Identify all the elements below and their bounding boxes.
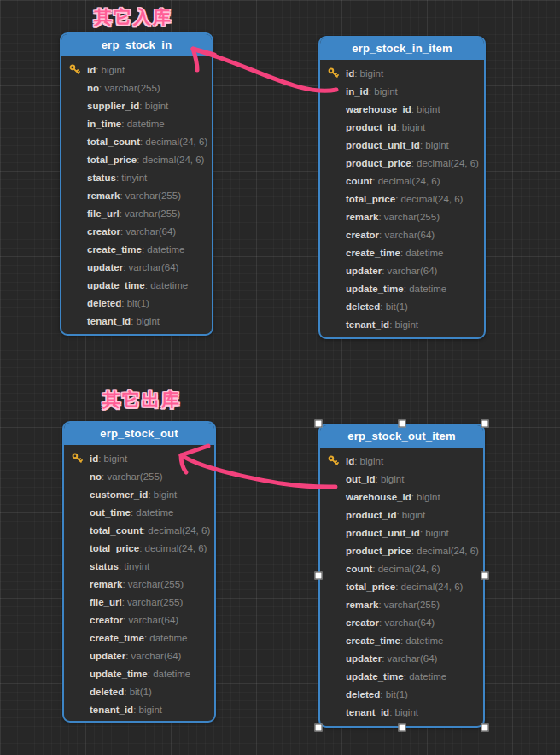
table-erp-stock-out[interactable]: erp_stock_out id: bigintno: varchar(255)…	[62, 421, 216, 723]
table-row-creator[interactable]: creator: varchar(64)	[320, 225, 484, 243]
selection-handle-ne[interactable]	[481, 420, 489, 428]
table-row-create_time[interactable]: create_time: datetime	[320, 631, 483, 649]
table-row-deleted[interactable]: deleted: bit(1)	[64, 682, 214, 700]
table-row-remark[interactable]: remark: varchar(255)	[61, 186, 212, 204]
table-row-update_time[interactable]: update_time: datetime	[61, 276, 212, 294]
field-name: create_time	[346, 248, 400, 258]
table-erp-stock-in[interactable]: erp_stock_in id: bigintno: varchar(255)s…	[60, 32, 213, 336]
table-row-no[interactable]: no: varchar(255)	[64, 467, 214, 485]
table-row-total_price[interactable]: total_price: decimal(24, 6)	[61, 150, 212, 168]
table-row-status[interactable]: status: tinyint	[61, 168, 212, 186]
table-row-product_id[interactable]: product_id: bigint	[320, 118, 484, 136]
field-name: create_time	[90, 633, 144, 643]
table-row-product_price[interactable]: product_price: decimal(24, 6)	[320, 154, 484, 172]
diagram-canvas[interactable]: erp_stock_in id: bigintno: varchar(255)s…	[0, 0, 560, 755]
table-row-total_price[interactable]: total_price: decimal(24, 6)	[320, 190, 484, 208]
field-name: tenant_id	[346, 707, 389, 717]
table-title-erp-stock-in-item[interactable]: erp_stock_in_item	[320, 38, 484, 60]
field-name: deleted	[346, 689, 380, 699]
table-row-tenant_id[interactable]: tenant_id: bigint	[320, 315, 484, 333]
field-type: : decimal(24, 6)	[395, 194, 463, 204]
selection-handle-w[interactable]	[315, 572, 323, 580]
table-row-in_id[interactable]: in_id: bigint	[320, 82, 484, 100]
selection-handle-sw[interactable]	[315, 724, 323, 732]
table-row-id[interactable]: id: bigint	[320, 64, 484, 82]
field-name: status	[90, 561, 119, 571]
table-row-id[interactable]: id: bigint	[64, 449, 214, 467]
table-row-creator[interactable]: creator: varchar(64)	[61, 222, 212, 240]
field-name: no	[90, 471, 102, 482]
table-row-warehouse_id[interactable]: warehouse_id: bigint	[320, 100, 484, 118]
table-row-warehouse_id[interactable]: warehouse_id: bigint	[320, 488, 483, 506]
table-row-id[interactable]: id: bigint	[61, 61, 212, 79]
table-row-creator[interactable]: creator: varchar(64)	[64, 611, 214, 629]
selection-handle-nw[interactable]	[315, 420, 323, 428]
table-row-in_time[interactable]: in_time: datetime	[61, 114, 212, 132]
table-row-product_unit_id[interactable]: product_unit_id: bigint	[320, 524, 483, 541]
table-row-status[interactable]: status: tinyint	[64, 557, 214, 575]
table-row-create_time[interactable]: create_time: datetime	[61, 240, 212, 258]
table-row-file_url[interactable]: file_url: varchar(255)	[61, 204, 212, 222]
field-type: : tinyint	[116, 173, 147, 183]
table-row-remark[interactable]: remark: varchar(255)	[320, 208, 484, 225]
table-row-no[interactable]: no: varchar(255)	[61, 79, 212, 97]
table-row-total_count[interactable]: total_count: decimal(24, 6)	[61, 132, 212, 150]
table-row-tenant_id[interactable]: tenant_id: bigint	[320, 703, 483, 721]
table-row-updater[interactable]: updater: varchar(64)	[320, 649, 483, 667]
table-row-out_id[interactable]: out_id: bigint	[320, 470, 483, 488]
table-row-deleted[interactable]: deleted: bit(1)	[320, 297, 484, 315]
primary-key-icon	[69, 64, 87, 75]
field-type: : decimal(24, 6)	[137, 155, 204, 165]
table-row-deleted[interactable]: deleted: bit(1)	[61, 294, 212, 312]
field-name: update_time	[87, 280, 145, 290]
selection-handle-se[interactable]	[481, 724, 489, 732]
table-row-count[interactable]: count: decimal(24, 6)	[320, 559, 483, 577]
table-row-updater[interactable]: updater: varchar(64)	[64, 647, 214, 664]
table-row-remark[interactable]: remark: varchar(255)	[320, 595, 483, 613]
table-title-erp-stock-out-item[interactable]: erp_stock_out_item	[320, 425, 483, 448]
table-row-customer_id[interactable]: customer_id: bigint	[64, 485, 214, 503]
table-row-updater[interactable]: updater: varchar(64)	[320, 261, 484, 279]
table-row-total_count[interactable]: total_count: decimal(24, 6)	[64, 521, 214, 539]
table-row-total_price[interactable]: total_price: decimal(24, 6)	[64, 539, 214, 557]
selection-handle-e[interactable]	[481, 572, 489, 580]
table-row-id[interactable]: id: bigint	[320, 452, 483, 470]
table-row-updater[interactable]: updater: varchar(64)	[61, 258, 212, 276]
table-row-remark[interactable]: remark: varchar(255)	[64, 575, 214, 593]
table-row-creator[interactable]: creator: varchar(64)	[320, 613, 483, 631]
table-row-create_time[interactable]: create_time: datetime	[64, 629, 214, 647]
selection-handle-n[interactable]	[398, 420, 405, 428]
table-erp-stock-in-item[interactable]: erp_stock_in_item id: bigintin_id: bigin…	[318, 36, 486, 339]
table-row-update_time[interactable]: update_time: datetime	[320, 279, 484, 297]
field-name: create_time	[87, 244, 142, 255]
field-name: status	[87, 173, 116, 183]
table-row-tenant_id[interactable]: tenant_id: bigint	[61, 312, 212, 330]
field-type: : varchar(64)	[125, 651, 181, 661]
field-name: remark	[90, 579, 122, 589]
field-type: : bigint	[396, 510, 425, 520]
field-name: creator	[90, 615, 123, 625]
field-name: supplier_id	[87, 101, 139, 111]
table-row-deleted[interactable]: deleted: bit(1)	[320, 685, 483, 703]
table-row-supplier_id[interactable]: supplier_id: bigint	[61, 97, 212, 114]
selection-handle-s[interactable]	[398, 724, 405, 732]
table-erp-stock-out-item[interactable]: erp_stock_out_item id: bigintout_id: big…	[318, 424, 485, 728]
field-name: customer_id	[90, 489, 148, 500]
field-type: : bigint	[411, 492, 440, 502]
table-title-erp-stock-out[interactable]: erp_stock_out	[64, 423, 214, 445]
table-row-product_id[interactable]: product_id: bigint	[320, 506, 483, 524]
field-name: remark	[346, 600, 378, 610]
table-row-tenant_id[interactable]: tenant_id: bigint	[64, 700, 214, 718]
table-row-product_price[interactable]: product_price: decimal(24, 6)	[320, 541, 483, 559]
table-row-update_time[interactable]: update_time: datetime	[320, 667, 483, 685]
field-name: updater	[346, 266, 382, 276]
table-row-create_time[interactable]: create_time: datetime	[320, 243, 484, 261]
table-row-count[interactable]: count: decimal(24, 6)	[320, 172, 484, 190]
table-row-file_url[interactable]: file_url: varchar(255)	[64, 593, 214, 611]
table-row-out_time[interactable]: out_time: datetime	[64, 503, 214, 521]
table-row-update_time[interactable]: update_time: datetime	[64, 664, 214, 682]
table-row-total_price[interactable]: total_price: decimal(24, 6)	[320, 577, 483, 595]
field-name: product_unit_id	[346, 140, 420, 150]
table-row-product_unit_id[interactable]: product_unit_id: bigint	[320, 136, 484, 154]
table-title-erp-stock-in[interactable]: erp_stock_in	[61, 34, 212, 56]
